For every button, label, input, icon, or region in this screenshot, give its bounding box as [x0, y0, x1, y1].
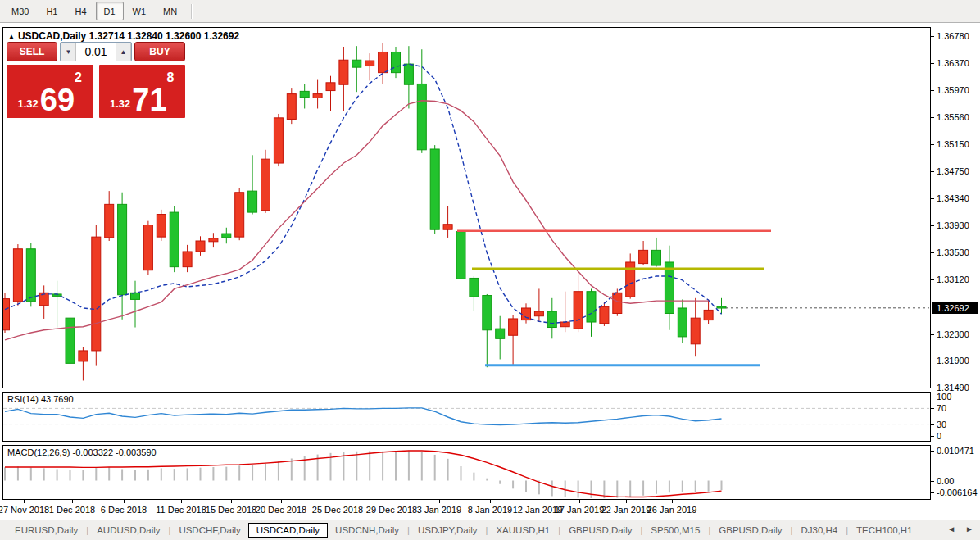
tab-usdchf-daily[interactable]: USDCHF,Daily: [175, 524, 243, 537]
price-scale[interactable]: 1.367801.363701.359701.355601.351501.347…: [931, 23, 980, 520]
date-tick: [626, 500, 627, 503]
collapse-triangle-icon[interactable]: ▲: [8, 33, 15, 40]
price-tick-label: 1.34750: [937, 166, 969, 176]
tab-separator: |: [486, 525, 488, 535]
tabs-scroll-right-icon[interactable]: ►: [965, 524, 973, 533]
tab-usdjpy-daily[interactable]: USDJPY,Daily: [415, 524, 481, 537]
rsi-chart: [3, 393, 930, 441]
tab-separator: |: [558, 525, 560, 535]
tab-separator: |: [169, 525, 171, 535]
chevron-up-icon: ▲: [120, 48, 127, 56]
sell-price-prefix: 1.32: [18, 98, 39, 110]
price-tick-label-tick: [931, 36, 934, 37]
date-label: 15 Dec 2018: [206, 505, 256, 515]
price-tick-label-tick: [931, 225, 934, 226]
date-tick: [490, 500, 491, 503]
timeframe-button-m30[interactable]: M30: [3, 2, 37, 20]
macd-scale-label-tick: [931, 481, 934, 482]
toolbar-separator: [191, 4, 193, 19]
tab-sp500-m15[interactable]: SP500,M15: [647, 524, 703, 537]
macd-scale-label-tick: [931, 451, 934, 452]
date-label: 26 Jan 2019: [647, 505, 697, 515]
tab-usdcnh-daily[interactable]: USDCNH,Daily: [332, 524, 402, 537]
chart-tab-bar: EURUSD,Daily|AUDUSD,Daily|USDCHF,DailyUS…: [0, 520, 980, 540]
tab-usdcad-daily[interactable]: USDCAD,Daily: [248, 523, 328, 538]
volume-input[interactable]: 0.01: [76, 43, 116, 61]
one-click-trading-widget: SELL ▼ 0.01 ▲ BUY 1.32 69 2 1.32 71 8: [7, 42, 185, 118]
price-tick-label-tick: [931, 90, 934, 91]
tab-gbpusd-daily[interactable]: GBPUSD,Daily: [715, 524, 785, 537]
tab-gbpusd-daily[interactable]: GBPUSD,Daily: [565, 524, 635, 537]
date-label: 11 Dec 2018: [156, 505, 206, 515]
rsi-scale-label-tick: [931, 408, 934, 409]
timeframe-button-h1[interactable]: H1: [38, 2, 66, 20]
date-tick: [72, 500, 73, 503]
buy-price-big: 71: [132, 88, 166, 113]
price-tick-label: 1.36780: [937, 31, 969, 41]
volume-decrease-button[interactable]: ▼: [61, 43, 76, 61]
date-label: 6 Dec 2018: [101, 505, 147, 515]
rsi-scale-label: 100: [937, 392, 951, 402]
price-tick-label-tick: [931, 63, 934, 64]
date-tick: [672, 500, 673, 503]
timeframe-toolbar: M30H1H4D1W1MN: [0, 0, 980, 23]
price-tick-label: 1.34340: [937, 193, 969, 203]
sell-button[interactable]: SELL: [7, 42, 57, 61]
current-price-tag: 1.32692: [932, 302, 978, 314]
price-tick-label: 1.35150: [937, 139, 969, 149]
timeframe-button-h4[interactable]: H4: [66, 2, 94, 20]
rsi-scale-label: 30: [937, 420, 946, 429]
macd-scale-label-tick: [931, 492, 934, 493]
date-tick: [281, 500, 282, 503]
tab-separator: |: [708, 525, 710, 535]
date-tick: [538, 500, 538, 503]
macd-scale-label: -0.006164: [937, 488, 978, 497]
chart-title-text: USDCAD,Daily 1.32714 1.32840 1.32600 1.3…: [18, 30, 239, 42]
tabs-scroll-left-icon[interactable]: ◄: [947, 524, 955, 533]
tab-xauusd-h1[interactable]: XAUUSD,H1: [492, 524, 553, 537]
buy-button[interactable]: BUY: [134, 42, 185, 61]
sell-price-panel[interactable]: 1.32 69 2: [7, 65, 93, 118]
date-label: 27 Nov 2018: [0, 505, 49, 515]
price-tick-label: 1.33530: [937, 247, 969, 257]
price-tick-label: 1.33930: [937, 220, 969, 230]
price-tick-label-tick: [931, 279, 934, 280]
rsi-indicator-panel[interactable]: RSI(14) 43.7690: [2, 392, 931, 442]
price-tick-label-tick: [931, 334, 934, 335]
price-tick-label: 1.31900: [937, 356, 969, 365]
date-label: 29 Dec 2018: [366, 505, 417, 515]
price-tick-label: 1.35560: [937, 112, 969, 122]
timeframe-button-mn[interactable]: MN: [155, 2, 185, 20]
date-tick: [439, 500, 440, 503]
price-tick-label-tick: [931, 252, 934, 253]
macd-indicator-panel[interactable]: MACD(12,26,9) -0.003322 -0.003590: [2, 445, 931, 500]
rsi-scale-label-tick: [931, 436, 934, 437]
time-axis[interactable]: 27 Nov 20181 Dec 20186 Dec 201811 Dec 20…: [0, 500, 980, 520]
tab-audusd-daily[interactable]: AUDUSD,Daily: [93, 524, 163, 537]
tab-separator: |: [846, 525, 848, 535]
date-label: 20 Dec 2018: [256, 505, 306, 515]
date-label: 1 Dec 2018: [49, 505, 95, 515]
volume-stepper: ▼ 0.01 ▲: [60, 42, 132, 61]
macd-scale-label: 0.00: [937, 476, 954, 486]
timeframe-button-d1[interactable]: D1: [96, 2, 124, 20]
price-tick-label-tick: [931, 388, 934, 388]
macd-label: MACD(12,26,9) -0.003322 -0.003590: [7, 447, 157, 457]
tab-separator: |: [791, 525, 793, 535]
price-tick-label-tick: [931, 198, 934, 199]
sell-price-sup: 2: [75, 70, 82, 85]
sell-price-big: 69: [40, 88, 75, 113]
price-tick-label: 1.32300: [937, 329, 969, 339]
tab-dj30-h4[interactable]: DJ30,H4: [797, 524, 841, 537]
tab-tech100-h1[interactable]: TECH100,H1: [853, 524, 915, 537]
volume-increase-button[interactable]: ▲: [116, 43, 131, 61]
timeframe-button-w1[interactable]: W1: [125, 2, 155, 20]
buy-price-panel[interactable]: 1.32 71 8: [99, 65, 186, 118]
tab-eurusd-daily[interactable]: EURUSD,Daily: [11, 524, 81, 537]
date-label: 8 Jan 2019: [468, 505, 512, 515]
buy-price-prefix: 1.32: [110, 98, 130, 110]
date-label: 17 Jan 2019: [555, 505, 605, 515]
date-tick: [124, 500, 125, 503]
rsi-scale-label: 0: [937, 431, 941, 441]
tab-separator: |: [86, 525, 88, 535]
